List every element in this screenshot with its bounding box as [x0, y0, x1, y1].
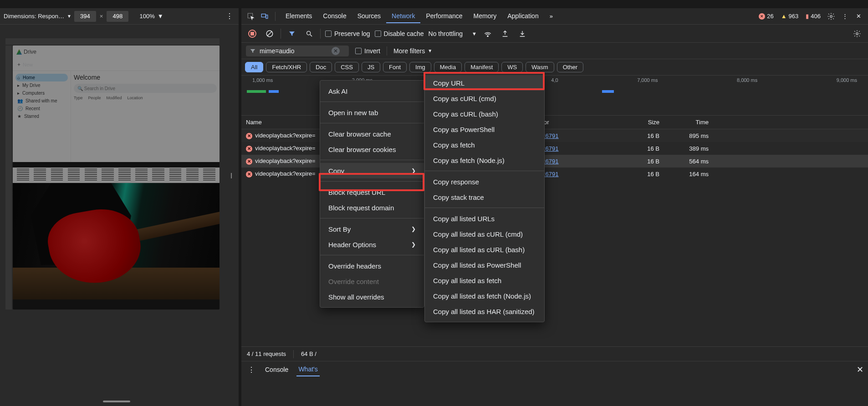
- menu-item-show-all-overrides[interactable]: Show all overrides: [320, 289, 424, 304]
- tab-application[interactable]: Application: [502, 10, 544, 23]
- filter-input-wrap[interactable]: ✕: [246, 46, 349, 56]
- disable-cache-checkbox[interactable]: Disable cache: [375, 30, 424, 37]
- pill-css[interactable]: CSS: [335, 62, 359, 72]
- pill-manifest[interactable]: Manifest: [465, 62, 499, 72]
- menu-item-copy-all-listed-as-curl-bash-[interactable]: Copy all listed as cURL (bash): [425, 242, 544, 257]
- tab-memory[interactable]: Memory: [468, 10, 502, 23]
- filter-icon[interactable]: [286, 27, 298, 40]
- simulated-page[interactable]: Drive ＋ New ⌂Home ▸My Drive ▸Computers 👥…: [13, 46, 220, 310]
- tab-performance[interactable]: Performance: [420, 10, 468, 23]
- drawer: ⋮ Console What's ✕: [241, 361, 868, 406]
- menu-item-copy-as-fetch[interactable]: Copy as fetch: [425, 137, 544, 152]
- pill-img[interactable]: Img: [409, 62, 431, 72]
- network-conditions-icon[interactable]: [481, 27, 494, 40]
- menu-item-copy-all-listed-as-fetch-node-js-[interactable]: Copy all listed as fetch (Node.js): [425, 288, 544, 304]
- menu-item-block-request-domain[interactable]: Block request domain: [320, 200, 424, 215]
- menu-item-copy-as-fetch-node-js-[interactable]: Copy as fetch (Node.js): [425, 152, 544, 168]
- menu-item-copy-all-listed-as-powershell[interactable]: Copy all listed as PowerShell: [425, 257, 544, 273]
- pill-wasm[interactable]: Wasm: [526, 62, 554, 72]
- menu-item-copy[interactable]: Copy❯: [320, 163, 424, 178]
- device-more-menu[interactable]: ⋮: [224, 12, 235, 20]
- drawer-tab-console[interactable]: Console: [263, 363, 290, 376]
- menu-item-copy-as-curl-cmd-[interactable]: Copy as cURL (cmd): [425, 91, 544, 106]
- clear-button[interactable]: [263, 27, 276, 40]
- menu-item-ask-ai[interactable]: Ask AI: [320, 83, 424, 99]
- type-filter-pills: AllFetch/XHRDocCSSJSFontImgMediaManifest…: [241, 59, 868, 76]
- menu-item-clear-browser-cookies[interactable]: Clear browser cookies: [320, 142, 424, 157]
- pill-js[interactable]: JS: [362, 62, 380, 72]
- zoom-dropdown[interactable]: 100% ▼: [139, 13, 163, 20]
- drawer-close-icon[interactable]: ✕: [857, 365, 863, 375]
- menu-item-copy-all-listed-urls[interactable]: Copy all listed URLs: [425, 211, 544, 226]
- svg-point-8: [487, 36, 488, 36]
- col-time[interactable]: Time: [664, 119, 713, 126]
- pill-fetchxhr[interactable]: Fetch/XHR: [266, 62, 307, 72]
- request-time: 564 ms: [664, 158, 713, 165]
- error-count-badge[interactable]: ✕26: [756, 12, 776, 20]
- initiator-link[interactable]: :6791: [544, 158, 559, 165]
- menu-item-copy-all-listed-as-curl-cmd-[interactable]: Copy all listed as cURL (cmd): [425, 226, 544, 242]
- pill-ws[interactable]: WS: [501, 62, 523, 72]
- issue-count-badge[interactable]: ▮406: [803, 12, 823, 20]
- menu-item-copy-as-powershell[interactable]: Copy as PowerShell: [425, 122, 544, 137]
- invert-checkbox[interactable]: Invert: [355, 47, 380, 55]
- tab-sources[interactable]: Sources: [352, 10, 386, 23]
- context-menu[interactable]: Ask AIOpen in new tabClear browser cache…: [320, 80, 424, 308]
- col-initiator[interactable]: or: [544, 119, 612, 126]
- tab-network[interactable]: Network: [386, 10, 420, 23]
- pill-other[interactable]: Other: [557, 62, 584, 72]
- menu-item-override-headers[interactable]: Override headers: [320, 258, 424, 274]
- record-button[interactable]: [246, 27, 259, 40]
- col-size[interactable]: Size: [612, 119, 664, 126]
- drawer-tab-whatsnew[interactable]: What's: [296, 363, 319, 376]
- close-devtools-icon[interactable]: ✕: [853, 10, 864, 22]
- copy-submenu[interactable]: Copy URLCopy as cURL (cmd)Copy as cURL (…: [424, 72, 545, 322]
- menu-item-block-request-url[interactable]: Block request URL: [320, 184, 424, 200]
- kebab-menu-icon[interactable]: ⋮: [839, 10, 851, 22]
- initiator-link[interactable]: :6791: [544, 132, 559, 139]
- svg-rect-2: [266, 15, 268, 19]
- resize-handle-vertical[interactable]: ||: [230, 172, 231, 178]
- menu-item-clear-browser-cache[interactable]: Clear browser cache: [320, 126, 424, 142]
- menu-item-copy-as-curl-bash-[interactable]: Copy as cURL (bash): [425, 106, 544, 122]
- pill-doc[interactable]: Doc: [310, 62, 332, 72]
- width-input[interactable]: [74, 11, 96, 22]
- menu-item-copy-all-listed-as-fetch[interactable]: Copy all listed as fetch: [425, 273, 544, 288]
- chevron-right-icon: ❯: [411, 241, 416, 248]
- more-tabs-icon[interactable]: »: [546, 10, 557, 22]
- search-icon[interactable]: [303, 27, 316, 40]
- settings-icon[interactable]: [825, 10, 837, 22]
- dimensions-dropdown[interactable]: Dimensions: Respon… ▼: [4, 13, 71, 20]
- more-filters-dropdown[interactable]: More filters▼: [393, 47, 432, 55]
- inspect-icon[interactable]: [245, 10, 257, 22]
- menu-item-copy-stack-trace[interactable]: Copy stack trace: [425, 189, 544, 205]
- network-filter-bar: ✕ Invert More filters▼: [241, 43, 868, 59]
- download-har-icon[interactable]: [516, 27, 529, 40]
- menu-item-sort-by[interactable]: Sort By❯: [320, 221, 424, 237]
- pill-all[interactable]: All: [245, 62, 263, 72]
- error-status-icon: ✕: [246, 133, 252, 139]
- menu-item-header-options[interactable]: Header Options❯: [320, 237, 424, 252]
- settings-icon[interactable]: [851, 27, 863, 40]
- height-input[interactable]: [107, 11, 128, 22]
- resize-handle-horizontal[interactable]: [103, 401, 130, 402]
- chevron-right-icon: ❯: [411, 226, 416, 232]
- upload-har-icon[interactable]: [499, 27, 511, 40]
- device-toggle-icon[interactable]: [259, 10, 271, 22]
- drawer-menu-icon[interactable]: ⋮: [246, 365, 257, 374]
- menu-item-copy-response[interactable]: Copy response: [425, 174, 544, 189]
- preserve-log-checkbox[interactable]: Preserve log: [325, 30, 370, 37]
- clear-filter-icon[interactable]: ✕: [332, 47, 340, 55]
- pill-media[interactable]: Media: [434, 62, 462, 72]
- menu-item-open-in-new-tab[interactable]: Open in new tab: [320, 105, 424, 120]
- pill-font[interactable]: Font: [383, 62, 407, 72]
- initiator-link[interactable]: :6791: [544, 171, 559, 178]
- warning-count-badge[interactable]: ▲963: [778, 12, 802, 20]
- initiator-link[interactable]: :6791: [544, 145, 559, 152]
- filter-input[interactable]: [260, 47, 328, 55]
- menu-item-copy-url[interactable]: Copy URL: [425, 75, 544, 91]
- tab-elements[interactable]: Elements: [280, 10, 317, 23]
- menu-item-copy-all-listed-as-har-sanitized-[interactable]: Copy all listed as HAR (sanitized): [425, 304, 544, 319]
- tab-console[interactable]: Console: [317, 10, 352, 23]
- throttling-dropdown[interactable]: No throttling▼: [429, 30, 477, 37]
